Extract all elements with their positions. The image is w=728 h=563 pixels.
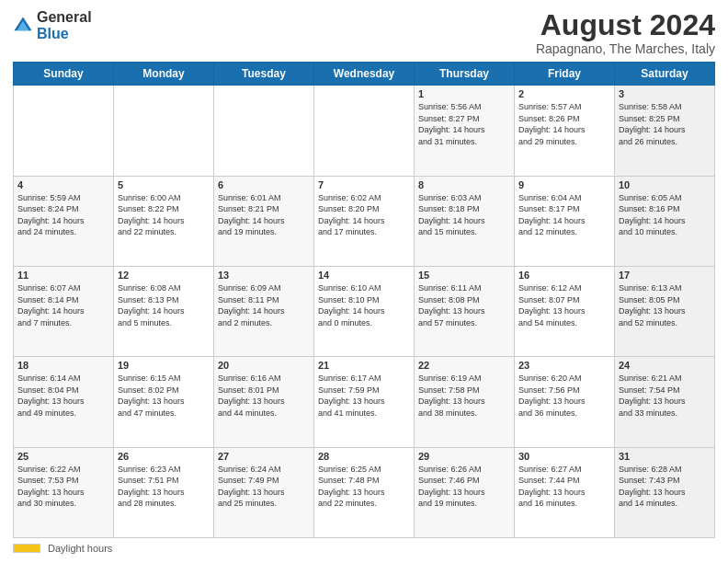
day-number: 19 (118, 360, 210, 371)
calendar-table: SundayMondayTuesdayWednesdayThursdayFrid… (13, 62, 715, 538)
day-info: Sunrise: 6:10 AM Sunset: 8:10 PM Dayligh… (318, 282, 410, 328)
day-info: Sunrise: 6:05 AM Sunset: 8:16 PM Dayligh… (619, 192, 711, 238)
day-info: Sunrise: 6:23 AM Sunset: 7:51 PM Dayligh… (118, 464, 210, 510)
day-number: 3 (619, 88, 711, 99)
calendar-cell: 23Sunrise: 6:20 AM Sunset: 7:56 PM Dayli… (515, 357, 615, 447)
week-row-2: 11Sunrise: 6:07 AM Sunset: 8:14 PM Dayli… (14, 266, 715, 356)
day-info: Sunrise: 5:59 AM Sunset: 8:24 PM Dayligh… (17, 192, 109, 238)
calendar-cell (114, 86, 214, 176)
logo: General Blue (13, 9, 92, 41)
weekday-thursday: Thursday (415, 63, 515, 86)
day-number: 6 (218, 179, 310, 190)
day-info: Sunrise: 6:21 AM Sunset: 7:54 PM Dayligh… (619, 373, 711, 419)
day-number: 7 (318, 179, 410, 190)
day-info: Sunrise: 6:12 AM Sunset: 8:07 PM Dayligh… (518, 282, 610, 328)
page: General Blue August 2024 Rapagnano, The … (0, 0, 728, 563)
weekday-sunday: Sunday (14, 63, 114, 86)
weekday-friday: Friday (515, 63, 615, 86)
calendar-cell: 27Sunrise: 6:24 AM Sunset: 7:49 PM Dayli… (214, 447, 314, 537)
footer: Daylight hours (13, 543, 715, 554)
day-number: 10 (619, 179, 711, 190)
day-number: 18 (17, 360, 109, 371)
calendar-cell: 26Sunrise: 6:23 AM Sunset: 7:51 PM Dayli… (114, 447, 214, 537)
day-number: 27 (218, 451, 310, 462)
day-number: 25 (17, 451, 109, 462)
weekday-header-row: SundayMondayTuesdayWednesdayThursdayFrid… (14, 63, 715, 86)
day-info: Sunrise: 5:56 AM Sunset: 8:27 PM Dayligh… (418, 101, 510, 147)
week-row-0: 1Sunrise: 5:56 AM Sunset: 8:27 PM Daylig… (14, 86, 715, 176)
week-row-3: 18Sunrise: 6:14 AM Sunset: 8:04 PM Dayli… (14, 357, 715, 447)
calendar-cell: 21Sunrise: 6:17 AM Sunset: 7:59 PM Dayli… (314, 357, 415, 447)
day-number: 8 (418, 179, 510, 190)
day-info: Sunrise: 6:27 AM Sunset: 7:44 PM Dayligh… (518, 464, 610, 510)
day-info: Sunrise: 6:28 AM Sunset: 7:43 PM Dayligh… (619, 464, 711, 510)
calendar-cell: 19Sunrise: 6:15 AM Sunset: 8:02 PM Dayli… (114, 357, 214, 447)
calendar-cell: 18Sunrise: 6:14 AM Sunset: 8:04 PM Dayli… (14, 357, 114, 447)
calendar-cell: 14Sunrise: 6:10 AM Sunset: 8:10 PM Dayli… (314, 266, 415, 356)
weekday-tuesday: Tuesday (214, 63, 314, 86)
day-info: Sunrise: 6:24 AM Sunset: 7:49 PM Dayligh… (218, 464, 310, 510)
calendar-cell: 13Sunrise: 6:09 AM Sunset: 8:11 PM Dayli… (214, 266, 314, 356)
calendar-cell: 12Sunrise: 6:08 AM Sunset: 8:13 PM Dayli… (114, 266, 214, 356)
day-number: 13 (218, 270, 310, 281)
day-number: 29 (418, 451, 510, 462)
calendar-cell: 31Sunrise: 6:28 AM Sunset: 7:43 PM Dayli… (615, 447, 715, 537)
week-row-4: 25Sunrise: 6:22 AM Sunset: 7:53 PM Dayli… (14, 447, 715, 537)
day-info: Sunrise: 6:20 AM Sunset: 7:56 PM Dayligh… (518, 373, 610, 419)
day-number: 16 (518, 270, 610, 281)
day-info: Sunrise: 6:08 AM Sunset: 8:13 PM Dayligh… (118, 282, 210, 328)
day-info: Sunrise: 5:57 AM Sunset: 8:26 PM Dayligh… (518, 101, 610, 147)
logo-text: General Blue (37, 9, 92, 41)
calendar-cell: 11Sunrise: 6:07 AM Sunset: 8:14 PM Dayli… (14, 266, 114, 356)
day-info: Sunrise: 6:02 AM Sunset: 8:20 PM Dayligh… (318, 192, 410, 238)
calendar-cell: 28Sunrise: 6:25 AM Sunset: 7:48 PM Dayli… (314, 447, 415, 537)
day-info: Sunrise: 6:07 AM Sunset: 8:14 PM Dayligh… (17, 282, 109, 328)
calendar-cell: 7Sunrise: 6:02 AM Sunset: 8:20 PM Daylig… (314, 176, 415, 266)
calendar-cell (314, 86, 415, 176)
day-number: 1 (418, 88, 510, 99)
day-info: Sunrise: 6:13 AM Sunset: 8:05 PM Dayligh… (619, 282, 711, 328)
day-info: Sunrise: 6:15 AM Sunset: 8:02 PM Dayligh… (118, 373, 210, 419)
calendar-cell: 17Sunrise: 6:13 AM Sunset: 8:05 PM Dayli… (615, 266, 715, 356)
calendar-cell (214, 86, 314, 176)
month-title: August 2024 (536, 9, 715, 41)
day-info: Sunrise: 6:09 AM Sunset: 8:11 PM Dayligh… (218, 282, 310, 328)
calendar-cell: 10Sunrise: 6:05 AM Sunset: 8:16 PM Dayli… (615, 176, 715, 266)
day-number: 23 (518, 360, 610, 371)
day-info: Sunrise: 6:16 AM Sunset: 8:01 PM Dayligh… (218, 373, 310, 419)
day-info: Sunrise: 6:17 AM Sunset: 7:59 PM Dayligh… (318, 373, 410, 419)
logo-general: General (37, 9, 92, 26)
location: Rapagnano, The Marches, Italy (536, 41, 715, 56)
day-info: Sunrise: 6:11 AM Sunset: 8:08 PM Dayligh… (418, 282, 510, 328)
calendar-cell: 2Sunrise: 5:57 AM Sunset: 8:26 PM Daylig… (515, 86, 615, 176)
day-number: 5 (118, 179, 210, 190)
daylight-label: Daylight hours (48, 543, 112, 554)
header: General Blue August 2024 Rapagnano, The … (13, 9, 715, 56)
day-number: 11 (17, 270, 109, 281)
day-number: 4 (17, 179, 109, 190)
day-info: Sunrise: 6:01 AM Sunset: 8:21 PM Dayligh… (218, 192, 310, 238)
calendar-cell: 15Sunrise: 6:11 AM Sunset: 8:08 PM Dayli… (415, 266, 515, 356)
day-number: 2 (518, 88, 610, 99)
day-number: 17 (619, 270, 711, 281)
calendar-cell: 1Sunrise: 5:56 AM Sunset: 8:27 PM Daylig… (415, 86, 515, 176)
day-info: Sunrise: 6:04 AM Sunset: 8:17 PM Dayligh… (518, 192, 610, 238)
calendar-cell: 30Sunrise: 6:27 AM Sunset: 7:44 PM Dayli… (515, 447, 615, 537)
calendar-cell: 20Sunrise: 6:16 AM Sunset: 8:01 PM Dayli… (214, 357, 314, 447)
day-number: 9 (518, 179, 610, 190)
day-number: 30 (518, 451, 610, 462)
day-info: Sunrise: 6:19 AM Sunset: 7:58 PM Dayligh… (418, 373, 510, 419)
calendar-cell: 6Sunrise: 6:01 AM Sunset: 8:21 PM Daylig… (214, 176, 314, 266)
calendar-cell: 24Sunrise: 6:21 AM Sunset: 7:54 PM Dayli… (615, 357, 715, 447)
weekday-monday: Monday (114, 63, 214, 86)
calendar-cell: 4Sunrise: 5:59 AM Sunset: 8:24 PM Daylig… (14, 176, 114, 266)
weekday-wednesday: Wednesday (314, 63, 415, 86)
day-number: 28 (318, 451, 410, 462)
calendar-cell: 16Sunrise: 6:12 AM Sunset: 8:07 PM Dayli… (515, 266, 615, 356)
calendar-cell: 25Sunrise: 6:22 AM Sunset: 7:53 PM Dayli… (14, 447, 114, 537)
week-row-1: 4Sunrise: 5:59 AM Sunset: 8:24 PM Daylig… (14, 176, 715, 266)
calendar-cell: 5Sunrise: 6:00 AM Sunset: 8:22 PM Daylig… (114, 176, 214, 266)
day-number: 21 (318, 360, 410, 371)
calendar-cell: 22Sunrise: 6:19 AM Sunset: 7:58 PM Dayli… (415, 357, 515, 447)
calendar-cell: 29Sunrise: 6:26 AM Sunset: 7:46 PM Dayli… (415, 447, 515, 537)
